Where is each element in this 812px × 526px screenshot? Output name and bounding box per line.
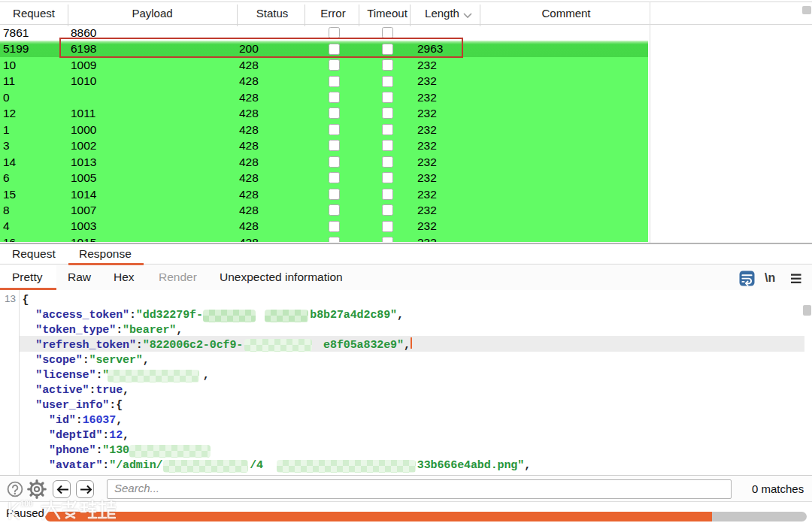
svg-text:100: 100 [20,500,33,508]
